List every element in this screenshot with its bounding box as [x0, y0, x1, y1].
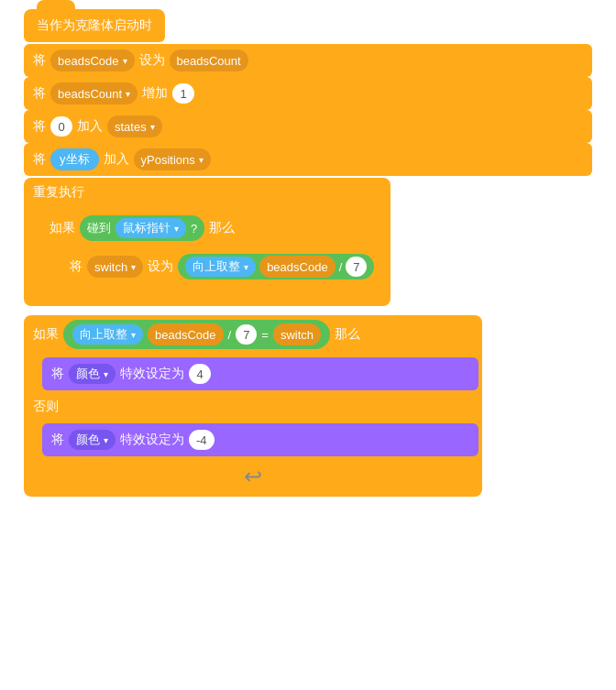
color-var-else[interactable]: 颜色 ▾: [69, 430, 116, 450]
set-label2: 设为: [139, 52, 165, 69]
add-states-value: 0: [50, 116, 72, 137]
floor-operator: 向上取整 ▾ beadsCode / 7: [178, 254, 374, 279]
set-color-then-label2: 特效设定为: [120, 366, 184, 382]
if2-condition: 向上取整 ▾ beadsCode / 7 = switch: [63, 320, 330, 349]
set-color-else-block: 将 颜色 ▾ 特效设定为 -4: [42, 423, 478, 456]
if2-beadscode: beadsCode: [148, 323, 224, 345]
ypositions-list[interactable]: yPositions ▾: [134, 148, 211, 170]
if2-floor-dropdown[interactable]: 向上取整 ▾: [72, 324, 143, 345]
beadscount-var[interactable]: beadsCount ▾: [50, 82, 138, 104]
add-y-label1: 将: [33, 151, 46, 168]
color-else-value: -4: [189, 430, 214, 450]
set-beadscode-block: 将 beadsCode ▾ 设为 beadsCount: [24, 44, 592, 77]
cursor-icon: ↩: [244, 464, 262, 489]
repeat-block: 重复执行 如果 碰到 鼠标指针 ▾ ? 那么: [24, 178, 390, 306]
floor-dropdown[interactable]: 向上取整 ▾: [185, 257, 256, 277]
color-var-then[interactable]: 颜色 ▾: [69, 364, 116, 384]
repeat-label: 重复执行: [33, 184, 84, 201]
add-y-label2: 加入: [104, 151, 129, 168]
if2-switch-var: switch: [273, 323, 321, 345]
change-label1: 将: [33, 85, 46, 102]
states-list[interactable]: states ▾: [107, 115, 162, 137]
if1-label: 如果: [50, 220, 75, 236]
color-then-value: 4: [189, 364, 211, 384]
hat-label: 当作为克隆体启动时: [37, 17, 152, 34]
set-switch-label1: 将: [70, 258, 82, 275]
else-label: 否则: [33, 399, 59, 415]
set-color-else-label1: 将: [51, 432, 64, 448]
switch-var[interactable]: switch ▾: [87, 256, 143, 278]
set-switch-block: 将 switch ▾ 设为 向上取整 ▾ beadsCo: [60, 249, 383, 284]
y-coord-value: y坐标: [50, 148, 99, 170]
if1-then-label: 那么: [209, 220, 235, 236]
if2-divisor: 7: [236, 324, 257, 345]
add-states-label1: 将: [33, 118, 46, 135]
add-to-ypositions-block: 将 y坐标 加入 yPositions ▾: [24, 143, 592, 176]
set-label1: 将: [33, 52, 46, 69]
if2-label: 如果: [33, 326, 59, 343]
if1-condition: 碰到 鼠标指针 ▾ ?: [80, 215, 204, 241]
change-beadscount-block: 将 beadsCount ▾ 增加 1: [24, 77, 592, 110]
change-label2: 增加: [142, 85, 168, 102]
if1-block: 如果 碰到 鼠标指针 ▾ ? 那么 将: [42, 211, 387, 295]
add-to-states-block: 将 0 加入 states ▾: [24, 110, 592, 143]
beadscode-var[interactable]: beadsCode ▾: [50, 49, 135, 71]
set-color-else-label2: 特效设定为: [120, 432, 184, 448]
set-switch-label2: 设为: [148, 258, 173, 275]
beadscode-operand: beadsCode: [259, 256, 336, 278]
scratch-container: 当作为克隆体启动时 将 beadsCode ▾ 设为 beadsCount 将 …: [24, 9, 592, 497]
add-states-label2: 加入: [77, 118, 103, 135]
if2-then-label: 那么: [335, 326, 360, 343]
change-value: 1: [172, 83, 194, 104]
set-color-then-block: 将 颜色 ▾ 特效设定为 4: [42, 357, 478, 390]
if1-mouse-dropdown[interactable]: 鼠标指针 ▾: [116, 218, 186, 238]
beadscount-value: beadsCount: [170, 49, 248, 71]
floor-divisor: 7: [346, 257, 367, 277]
if2-block: 如果 向上取整 ▾ beadsCode / 7 = switch 那么: [24, 315, 482, 497]
set-color-then-label1: 将: [51, 366, 64, 382]
hat-block: 当作为克隆体启动时: [24, 9, 165, 42]
